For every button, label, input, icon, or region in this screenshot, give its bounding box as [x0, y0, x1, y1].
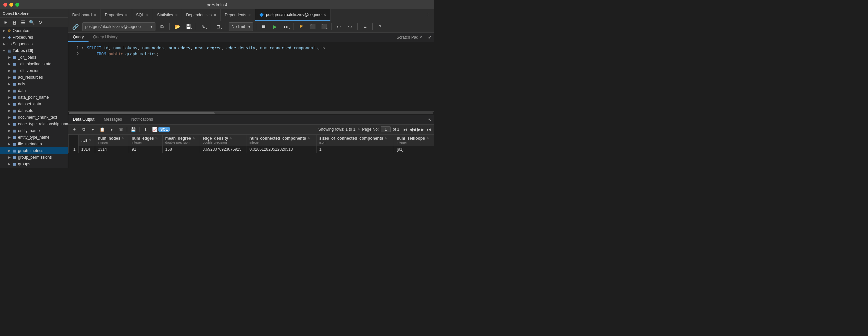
tab-statistics[interactable]: Statistics × — [153, 9, 182, 21]
close-icon[interactable]: × — [94, 13, 96, 17]
sql-badge[interactable]: SQL — [160, 126, 168, 133]
sidebar-item-group-permissions[interactable]: ▶ ▦ group_permissions — [0, 154, 68, 161]
tab-query[interactable]: 🔷 postgres/ritaaleksziev@cognee × — [255, 9, 331, 21]
tab-query-editor[interactable]: Query — [68, 33, 89, 42]
edit-icon[interactable]: ✎ — [155, 137, 158, 140]
pencil-btn[interactable]: ✎ ▾ — [199, 22, 208, 31]
tab-dependents[interactable]: Dependents × — [221, 9, 255, 21]
prev-page-btn[interactable]: ◀◀ — [409, 126, 416, 133]
connection-selector[interactable]: postgres/ritaaleksziev@cognee ▾ — [82, 22, 155, 31]
close-button[interactable] — [3, 3, 7, 7]
connect-btn[interactable]: ⧉ — [157, 22, 167, 31]
save-btn[interactable]: 💾 ▾ — [184, 22, 193, 31]
sidebar-item-sequences[interactable]: ▶ 1.3 Sequences — [0, 41, 68, 47]
fold-icon[interactable]: ▼ — [82, 45, 86, 50]
sidebar-item-document-chunk-text[interactable]: ▶ ▦ document_chunk_text — [0, 114, 68, 121]
copy-dropdown-btn[interactable]: ▾ — [89, 126, 97, 133]
sidebar-item-data[interactable]: ▶ ▦ data — [0, 87, 68, 94]
sidebar-item-file-metadata[interactable]: ▶ ▦ file_metadata — [0, 141, 68, 147]
close-icon[interactable]: × — [175, 13, 178, 17]
page-number-input[interactable] — [381, 126, 391, 132]
tab-sql[interactable]: SQL × — [132, 9, 153, 21]
sidebar-find-btn[interactable]: 🔍 — [28, 19, 35, 26]
sidebar-item-datasets[interactable]: ▶ ▦ datasets — [0, 107, 68, 114]
close-icon[interactable]: × — [146, 13, 149, 17]
edit-icon[interactable]: ✎ — [358, 128, 360, 131]
paste-dropdown-btn[interactable]: ▾ — [107, 126, 116, 133]
run-btn[interactable]: ▶ — [270, 22, 280, 31]
edit-icon[interactable]: ✎ — [384, 137, 387, 140]
sidebar-item-groups[interactable]: ▶ ▦ groups — [0, 161, 68, 167]
edit-icon[interactable]: ✎ — [89, 138, 92, 142]
col-header-partial[interactable]: …s ✎ — [79, 135, 95, 146]
chart-btn[interactable]: 📈 — [151, 126, 159, 133]
help-btn[interactable]: ? — [375, 22, 385, 31]
tab-notifications[interactable]: Notifications — [126, 115, 157, 124]
horizontal-scrollbar[interactable] — [68, 111, 434, 115]
copy-btn[interactable]: ⧉ — [80, 126, 88, 133]
edit-icon[interactable]: ✎ — [229, 137, 232, 140]
rollback-btn[interactable]: ↪ — [345, 22, 355, 31]
limit-selector[interactable]: No limit ▾ — [229, 22, 253, 31]
sidebar-item-entity-type-name[interactable]: ▶ ▦ entity_type_name — [0, 134, 68, 141]
col-header-num-edges[interactable]: num_edges ✎ integer — [129, 135, 162, 146]
sidebar-grid-btn[interactable]: ▦ — [11, 19, 18, 26]
analyze-btn[interactable]: ⬛ — [308, 22, 317, 31]
sidebar-item-dataset-data[interactable]: ▶ ▦ dataset_data — [0, 101, 68, 107]
download-btn[interactable]: ⬇ — [142, 126, 149, 133]
filter-btn[interactable]: ⊟ ▾ — [214, 22, 223, 31]
stop-btn[interactable]: ⏹ — [259, 22, 268, 31]
maximize-button[interactable] — [15, 3, 19, 7]
col-header-num-connected[interactable]: num_connected_components ✎ integer — [247, 135, 316, 146]
sidebar-item-dlt-loads[interactable]: ▶ ▦ _dlt_loads — [0, 54, 68, 61]
more-tabs-button[interactable]: ⋮ — [422, 12, 434, 18]
sidebar-item-data-point-name[interactable]: ▶ ▦ data_point_name — [0, 94, 68, 101]
sidebar-item-acl-resources[interactable]: ▶ ▦ acl_resources — [0, 74, 68, 81]
edit-icon[interactable]: ✎ — [122, 137, 124, 140]
sidebar-item-dlt-version[interactable]: ▶ ▦ _dlt_version — [0, 67, 68, 74]
add-row-btn[interactable]: ＋ — [70, 126, 78, 133]
explain-btn[interactable]: E — [297, 22, 306, 31]
open-file-btn[interactable]: 📂 — [173, 22, 182, 31]
macros-btn[interactable]: ≡ — [361, 22, 370, 31]
sidebar-properties-btn[interactable]: ☰ — [19, 19, 27, 26]
close-icon[interactable]: × — [420, 35, 422, 40]
close-icon[interactable]: × — [125, 13, 128, 17]
close-icon[interactable]: × — [323, 12, 326, 17]
col-header-edge-density[interactable]: edge_density ✎ double precision — [200, 135, 247, 146]
commit-btn[interactable]: ↩ — [334, 22, 343, 31]
sidebar-item-edge-type-rel-name[interactable]: ▶ ▦ edge_type_relationship_name — [0, 121, 68, 127]
expand-icon[interactable]: ⤢ — [425, 34, 434, 41]
minimize-button[interactable] — [9, 3, 13, 7]
tab-dashboard[interactable]: Dashboard × — [68, 9, 101, 21]
paste-btn[interactable]: 📋 — [98, 126, 106, 133]
sidebar-item-permissions[interactable]: ▶ ▦ permissions — [0, 167, 68, 168]
save-data-btn[interactable]: 💾 — [129, 126, 137, 133]
sidebar-search-btn[interactable]: ⊞ — [2, 19, 9, 26]
sidebar-item-acls[interactable]: ▶ ▦ acls — [0, 81, 68, 87]
code-editor[interactable]: 1 ▼ SELECT id, num_tokens, num_nodes, nu… — [68, 42, 434, 111]
analyze-dropdown-btn[interactable]: ⬛▾ — [319, 22, 329, 31]
delete-btn[interactable]: 🗑 — [117, 126, 125, 133]
sidebar-item-graph-metrics[interactable]: ▶ ▦ graph_metrics — [0, 147, 68, 154]
tab-messages[interactable]: Messages — [99, 115, 127, 124]
tab-data-output[interactable]: Data Output — [68, 115, 99, 124]
scratch-pad-btn[interactable]: Scratch Pad × — [393, 34, 425, 41]
sidebar-item-entity-name[interactable]: ▶ ▦ entity_name — [0, 127, 68, 134]
col-header-num-selfloops[interactable]: num_selfloops ✎ integer — [394, 135, 434, 146]
sidebar-item-operators[interactable]: ▶ ⚙ Operators — [0, 27, 68, 34]
tab-properties[interactable]: Properties × — [101, 9, 132, 21]
col-header-num-nodes[interactable]: num_nodes ✎ integer — [95, 135, 129, 146]
col-header-mean-degree[interactable]: mean_degree ✎ double precision — [162, 135, 200, 146]
close-icon[interactable]: × — [214, 13, 216, 17]
expand-output-icon[interactable]: ⤡ — [425, 116, 434, 123]
last-page-btn[interactable]: ⏭ — [425, 126, 432, 133]
edit-icon[interactable]: ✎ — [192, 137, 195, 140]
sidebar-item-procedures[interactable]: ▶ ⊙ Procedures — [0, 34, 68, 41]
first-page-btn[interactable]: ⏮ — [401, 126, 408, 133]
step-btn[interactable]: ⏭ ▾ — [282, 22, 291, 31]
sidebar-refresh-btn[interactable]: ↻ — [37, 19, 44, 26]
sidebar-item-dlt-pipeline-state[interactable]: ▶ ▦ _dlt_pipeline_state — [0, 61, 68, 67]
edit-icon[interactable]: ✎ — [308, 137, 310, 140]
edit-icon[interactable]: ✎ — [426, 137, 429, 140]
